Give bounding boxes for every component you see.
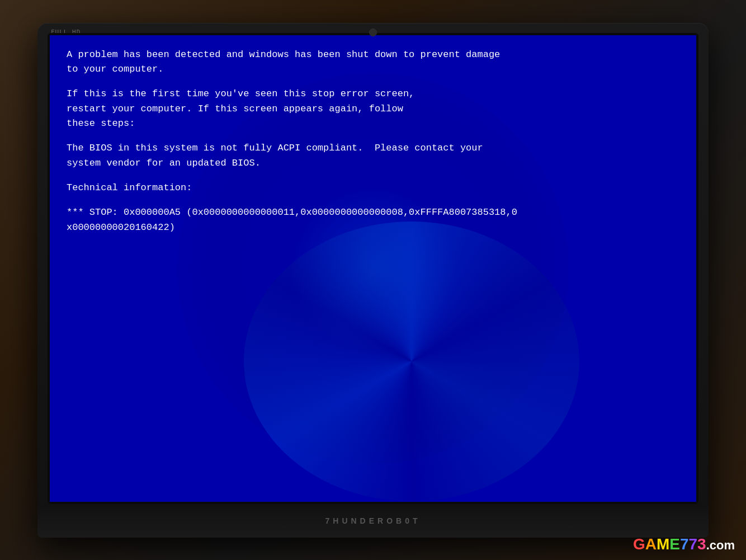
watermark-e: E [669,535,680,553]
bsod-paragraph-3: The BIOS in this system is not fully ACP… [67,141,679,171]
laptop-bottom-bar: 7HUNDEROB0T [37,504,709,538]
watermark-a: A [645,535,657,553]
watermark-dotcom: .com [706,538,735,552]
watermark-game: GAME773.com [633,535,735,553]
bsod-paragraph-4: Technical information: [67,181,679,195]
watermark-7: 7 [680,535,689,553]
watermark-3: 3 [697,535,706,553]
bsod-content: A problem has been detected and windows … [67,48,679,235]
bsod-paragraph-5: *** STOP: 0x000000A5 (0x0000000000000011… [67,205,679,235]
bsod-screen: A problem has been detected and windows … [50,35,696,502]
bsod-paragraph-2: If this is the first time you've seen th… [67,87,679,131]
screen-bezel: A problem has been detected and windows … [48,33,698,504]
laptop-frame: FULL HD A problem has been detected and … [37,23,709,538]
laptop-brand-bottom: 7HUNDEROB0T [325,516,421,525]
watermark-g: G [633,535,645,553]
bsod-paragraph-1: A problem has been detected and windows … [67,48,679,77]
watermark-m: M [657,535,669,553]
watermark: GAME773.com [633,535,735,553]
webcam-dot [369,29,377,36]
watermark-7b: 7 [688,535,697,553]
